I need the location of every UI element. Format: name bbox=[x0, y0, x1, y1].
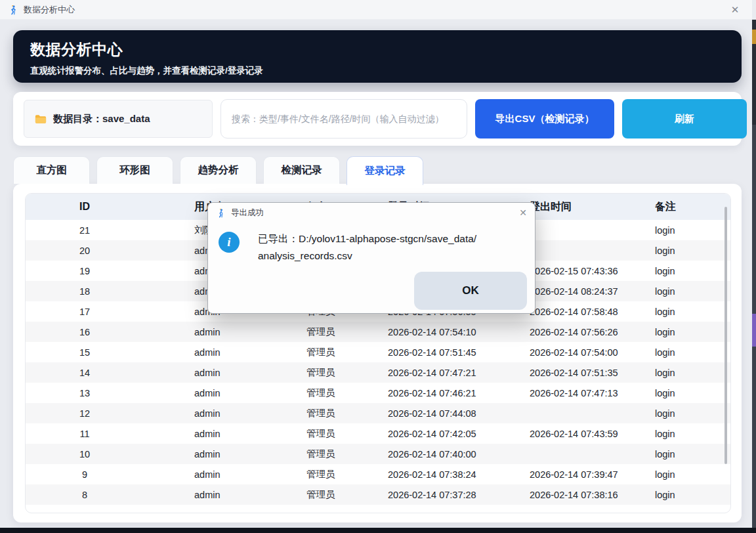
table-cell: login bbox=[655, 408, 730, 419]
background-window-edge-orange bbox=[752, 30, 756, 44]
table-cell: 11 bbox=[26, 429, 144, 439]
table-cell: 2026-02-14 07:51:45 bbox=[388, 347, 530, 358]
table-cell: 18 bbox=[26, 286, 144, 297]
tab-4[interactable]: 登录记录 bbox=[346, 156, 423, 185]
table-cell: 管理员 bbox=[306, 468, 388, 480]
data-directory-chip: 数据目录：save_data bbox=[24, 100, 213, 138]
table-cell: 2026-02-14 07:38:16 bbox=[530, 490, 655, 500]
table-cell: 2026-02-14 07:43:59 bbox=[530, 429, 655, 439]
table-cell: 2026-02-14 07:47:13 bbox=[530, 388, 655, 398]
table-cell: 15 bbox=[26, 347, 144, 358]
table-cell: login bbox=[655, 266, 730, 276]
table-cell: 2026-02-14 07:40:00 bbox=[388, 449, 530, 459]
table-cell: login bbox=[655, 225, 730, 236]
table-cell: 2026-02-14 07:47:21 bbox=[388, 368, 530, 378]
app-person-icon bbox=[8, 5, 18, 15]
toolbar: 数据目录：save_data 导出CSV（检测记录） 刷新 bbox=[13, 92, 742, 146]
page-title: 数据分析中心 bbox=[30, 39, 724, 60]
column-header: ID bbox=[26, 201, 144, 213]
table-cell: 2026-02-14 07:51:35 bbox=[530, 368, 655, 378]
table-row[interactable]: 16admin管理员2026-02-14 07:54:102026-02-14 … bbox=[26, 322, 730, 342]
table-cell: admin bbox=[144, 490, 306, 500]
table-row[interactable]: 11admin管理员2026-02-14 07:42:052026-02-14 … bbox=[26, 423, 730, 444]
background-window-edge-purple bbox=[752, 314, 756, 347]
column-header: 登出时间 bbox=[530, 200, 655, 214]
table-cell: 管理员 bbox=[306, 407, 388, 419]
table-cell: 管理员 bbox=[306, 488, 388, 501]
ok-button[interactable]: OK bbox=[414, 272, 527, 310]
table-cell: login bbox=[655, 245, 730, 256]
table-cell: 20 bbox=[26, 245, 144, 256]
dialog-close-icon[interactable]: ✕ bbox=[519, 207, 527, 218]
table-cell: 管理员 bbox=[306, 448, 388, 460]
table-cell: login bbox=[655, 327, 730, 337]
table-cell: 管理员 bbox=[306, 326, 388, 338]
table-cell: 2026-02-14 07:44:08 bbox=[388, 408, 530, 419]
table-cell: 8 bbox=[26, 490, 144, 500]
table-cell: 2026-02-14 07:58:48 bbox=[530, 307, 655, 317]
table-cell: 10 bbox=[26, 449, 144, 459]
tab-3[interactable]: 检测记录 bbox=[263, 156, 340, 184]
table-cell: 2026-02-14 07:54:00 bbox=[530, 347, 655, 358]
window-title: 数据分析中心 bbox=[24, 4, 75, 16]
table-row[interactable]: 8admin管理员2026-02-14 07:37:282026-02-14 0… bbox=[26, 484, 730, 505]
dialog-app-icon bbox=[216, 208, 226, 218]
tab-bar: 直方图环形图趋势分析检测记录登录记录 bbox=[13, 156, 423, 184]
table-row[interactable]: 13admin管理员2026-02-14 07:46:212026-02-14 … bbox=[26, 383, 730, 403]
table-row[interactable]: 12admin管理员2026-02-14 07:44:08login bbox=[26, 403, 730, 423]
search-input[interactable] bbox=[220, 99, 467, 139]
table-cell: 16 bbox=[26, 327, 144, 337]
tab-0[interactable]: 直方图 bbox=[13, 156, 90, 184]
table-cell: 管理员 bbox=[306, 366, 388, 379]
table-row[interactable]: 10admin管理员2026-02-14 07:40:00login bbox=[26, 444, 730, 464]
table-cell: 13 bbox=[26, 388, 144, 398]
dialog-message: 已导出：D:/yolov11-alphapose-stgcn/save_data… bbox=[258, 230, 528, 265]
table-row[interactable]: 9admin管理员2026-02-14 07:38:242026-02-14 0… bbox=[26, 464, 730, 484]
table-cell: 2026-02-14 07:39:47 bbox=[530, 469, 655, 480]
dialog-message-line2: analysis_records.csv bbox=[258, 247, 528, 265]
table-cell: login bbox=[655, 347, 730, 358]
table-cell: login bbox=[655, 429, 730, 439]
table-cell: 管理员 bbox=[306, 346, 388, 358]
tab-2[interactable]: 趋势分析 bbox=[180, 156, 257, 184]
table-cell: 管理员 bbox=[306, 387, 388, 399]
table-cell: admin bbox=[144, 368, 306, 378]
table-cell: 2026-02-14 07:38:24 bbox=[388, 469, 530, 480]
dialog-titlebar: 导出成功 ✕ bbox=[208, 203, 535, 223]
dialog-title: 导出成功 bbox=[231, 207, 264, 219]
table-cell: 2026-02-14 07:56:26 bbox=[530, 327, 655, 337]
data-directory-label: 数据目录：save_data bbox=[53, 113, 150, 125]
background-window-edge bbox=[752, 20, 756, 528]
table-scrollbar[interactable] bbox=[724, 207, 727, 464]
table-cell: 14 bbox=[26, 368, 144, 378]
table-cell: 2026-02-14 07:46:21 bbox=[388, 388, 530, 398]
table-cell: 管理员 bbox=[306, 427, 388, 440]
page-header: 数据分析中心 直观统计报警分布、占比与趋势，并查看检测记录/登录记录 bbox=[13, 30, 742, 83]
window-close-icon[interactable]: ✕ bbox=[726, 4, 744, 16]
table-row[interactable]: 14admin管理员2026-02-14 07:47:212026-02-14 … bbox=[26, 362, 730, 383]
table-cell: 2026-02-14 07:54:10 bbox=[388, 327, 530, 337]
table-cell: login bbox=[655, 449, 730, 459]
tab-1[interactable]: 环形图 bbox=[96, 156, 173, 184]
table-cell: admin bbox=[144, 449, 306, 459]
table-cell: admin bbox=[144, 408, 306, 419]
table-cell: 12 bbox=[26, 408, 144, 419]
export-csv-button[interactable]: 导出CSV（检测记录） bbox=[475, 99, 614, 139]
export-success-dialog: 导出成功 ✕ i 已导出：D:/yolov11-alphapose-stgcn/… bbox=[207, 202, 536, 314]
table-cell: admin bbox=[144, 469, 306, 480]
table-cell: login bbox=[655, 368, 730, 378]
table-cell: login bbox=[655, 286, 730, 297]
table-cell: 2026-02-14 07:42:05 bbox=[388, 429, 530, 439]
page-subtitle: 直观统计报警分布、占比与趋势，并查看检测记录/登录记录 bbox=[30, 65, 724, 77]
taskbar-edge bbox=[0, 528, 756, 533]
info-icon: i bbox=[219, 232, 240, 253]
table-cell: login bbox=[655, 490, 730, 500]
table-cell: 2026-02-15 07:43:36 bbox=[530, 266, 655, 276]
table-cell: 19 bbox=[26, 266, 144, 276]
table-cell: 17 bbox=[26, 307, 144, 317]
table-cell: login bbox=[655, 307, 730, 317]
refresh-button[interactable]: 刷新 bbox=[622, 99, 747, 139]
table-row[interactable]: 15admin管理员2026-02-14 07:51:452026-02-14 … bbox=[26, 342, 730, 362]
table-cell: login bbox=[655, 469, 730, 480]
table-cell: admin bbox=[144, 327, 306, 337]
